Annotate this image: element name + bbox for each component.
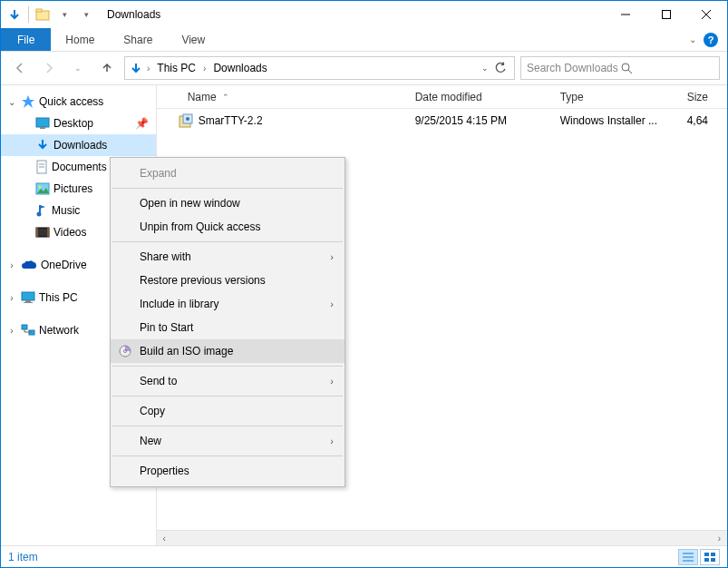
chevron-right-icon: ›	[330, 436, 334, 446]
svg-rect-34	[704, 558, 709, 562]
overflow-icon[interactable]: ▾	[76, 5, 96, 24]
ctx-share-with[interactable]: Share with›	[111, 245, 345, 269]
col-name[interactable]: Name ⌃	[157, 91, 406, 103]
refresh-icon[interactable]	[494, 62, 507, 74]
separator	[28, 6, 29, 23]
close-button[interactable]	[686, 1, 727, 28]
svg-rect-16	[36, 228, 49, 237]
ctx-copy[interactable]: Copy	[111, 399, 345, 423]
file-name: SmarTTY-2.2	[199, 114, 263, 127]
window-controls	[605, 1, 727, 28]
installer-icon	[179, 113, 193, 128]
svg-line-7	[628, 70, 632, 73]
svg-rect-1	[36, 9, 42, 12]
separator	[112, 396, 343, 397]
breadcrumb[interactable]: Downloads	[209, 60, 270, 76]
view-toggle	[678, 549, 720, 565]
chevron-right-icon: ›	[330, 299, 334, 309]
download-icon	[35, 138, 50, 152]
col-type[interactable]: Type	[551, 91, 678, 103]
chevron-right-icon[interactable]: ›	[6, 326, 17, 336]
svg-rect-32	[704, 553, 709, 556]
file-tab[interactable]: File	[1, 28, 51, 51]
separator	[112, 455, 343, 456]
ctx-new[interactable]: New›	[111, 429, 345, 453]
scroll-right-icon[interactable]: ›	[712, 531, 727, 546]
tab-view[interactable]: View	[167, 28, 219, 51]
svg-rect-9	[40, 127, 45, 129]
file-date: 9/25/2015 4:15 PM	[406, 114, 551, 127]
chevron-right-icon[interactable]: ›	[6, 293, 17, 303]
up-button[interactable]	[95, 56, 119, 80]
horizontal-scrollbar[interactable]: ‹ ›	[157, 530, 727, 545]
explorer-window: ▾ ▾ Downloads File Home Share View ⌄ ? ⌄…	[0, 0, 728, 568]
file-type: Windows Installer ...	[551, 114, 678, 127]
separator	[112, 426, 343, 426]
svg-rect-33	[711, 553, 715, 556]
pin-icon: 📌	[135, 117, 149, 130]
tree-quick-access[interactable]: ⌄ Quick access	[1, 91, 156, 113]
item-count: 1 item	[8, 551, 38, 563]
separator	[112, 366, 343, 367]
chevron-right-icon[interactable]: ›	[6, 260, 17, 270]
svg-rect-35	[711, 558, 715, 562]
forward-button[interactable]	[37, 56, 61, 80]
svg-rect-17	[36, 228, 38, 237]
col-size[interactable]: Size	[678, 91, 727, 103]
file-size: 4,64	[678, 114, 727, 127]
tab-home[interactable]: Home	[51, 28, 109, 51]
separator	[112, 188, 343, 189]
ctx-restore[interactable]: Restore previous versions	[111, 269, 345, 292]
disc-icon	[118, 344, 132, 358]
svg-rect-20	[25, 300, 31, 302]
ctx-open-new-window[interactable]: Open in new window	[111, 191, 345, 215]
tree-desktop[interactable]: Desktop 📌	[1, 113, 156, 134]
tree-downloads[interactable]: Downloads	[1, 134, 156, 156]
svg-rect-21	[24, 302, 33, 303]
minimize-button[interactable]	[605, 1, 645, 28]
file-row[interactable]: SmarTTY-2.2 9/25/2015 4:15 PM Windows In…	[157, 109, 727, 132]
ctx-unpin[interactable]: Unpin from Quick access	[111, 215, 345, 239]
ribbon-expand-icon[interactable]: ⌄	[689, 34, 696, 44]
ctx-include-library[interactable]: Include in library›	[111, 292, 345, 316]
svg-point-15	[37, 212, 42, 217]
chevron-right-icon: ›	[330, 251, 334, 262]
svg-rect-19	[22, 292, 34, 300]
qat-dropdown-icon[interactable]: ▾	[54, 5, 74, 24]
svg-rect-22	[22, 325, 27, 329]
recent-dropdown[interactable]: ⌄	[66, 56, 90, 80]
address-bar[interactable]: › This PC › Downloads ⌄	[124, 56, 515, 80]
context-menu: Expand Open in new window Unpin from Qui…	[110, 157, 345, 487]
maximize-button[interactable]	[645, 1, 686, 28]
thumbnails-view-button[interactable]	[700, 549, 720, 565]
svg-rect-18	[47, 228, 49, 237]
chevron-right-icon[interactable]: ›	[147, 64, 150, 73]
breadcrumb[interactable]: This PC	[153, 60, 199, 76]
sort-caret-icon: ⌃	[222, 93, 229, 102]
col-date[interactable]: Date modified	[406, 91, 551, 103]
help-icon[interactable]: ?	[704, 33, 718, 47]
search-placeholder: Search Downloads	[527, 62, 620, 74]
scroll-left-icon[interactable]: ‹	[157, 531, 172, 546]
chevron-right-icon: ›	[330, 376, 334, 387]
search-input[interactable]: Search Downloads	[520, 56, 720, 80]
folder-icon[interactable]	[33, 5, 53, 24]
ctx-properties[interactable]: Properties	[111, 459, 345, 483]
separator	[112, 241, 343, 242]
address-row: ⌄ › This PC › Downloads ⌄ Search Downloa…	[1, 52, 727, 84]
ctx-build-iso[interactable]: Build an ISO image	[111, 339, 345, 363]
title-bar: ▾ ▾ Downloads	[1, 1, 727, 28]
tab-share[interactable]: Share	[109, 28, 167, 51]
chevron-down-icon[interactable]: ⌄	[6, 97, 17, 107]
ctx-pin-start[interactable]: Pin to Start	[111, 316, 345, 339]
search-icon	[620, 62, 713, 74]
ctx-expand[interactable]: Expand	[111, 162, 345, 185]
address-dropdown-icon[interactable]: ⌄	[481, 64, 489, 73]
down-arrow-icon[interactable]	[5, 5, 24, 24]
chevron-right-icon[interactable]: ›	[203, 64, 206, 73]
svg-point-28	[186, 117, 189, 121]
down-arrow-icon	[129, 61, 143, 75]
ctx-send-to[interactable]: Send to›	[111, 369, 345, 393]
back-button[interactable]	[8, 56, 32, 80]
details-view-button[interactable]	[678, 549, 698, 565]
